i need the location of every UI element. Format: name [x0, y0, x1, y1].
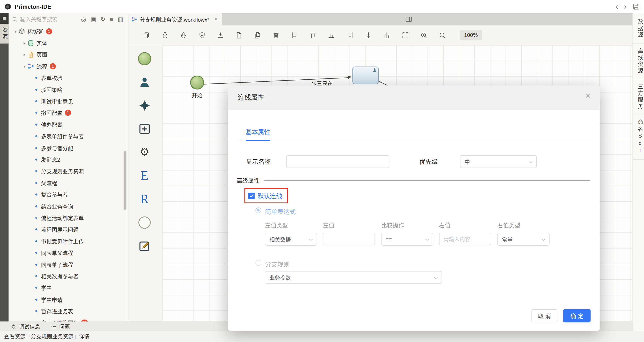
- tree-item[interactable]: 发消息2: [9, 154, 127, 165]
- history-button[interactable]: [162, 31, 169, 39]
- branch-rule-select[interactable]: 业务参数: [265, 271, 442, 284]
- validate-button[interactable]: [198, 31, 206, 39]
- tree-item[interactable]: 撤回配置 1: [9, 107, 127, 119]
- align-left-button[interactable]: [291, 31, 298, 39]
- paste-button[interactable]: [143, 31, 150, 39]
- fit-screen-button[interactable]: [402, 31, 409, 39]
- align-right-button[interactable]: [346, 31, 354, 39]
- resource-tree: ▾ 稀饭粥 1 ▸ 实体 ▸: [9, 26, 127, 322]
- tab-basic-properties[interactable]: 基本属性: [246, 127, 270, 141]
- tree-item-page[interactable]: ▸ 页面: [9, 49, 127, 60]
- align-bottom-button[interactable]: [328, 31, 335, 39]
- palette-entity-node[interactable]: E: [127, 164, 162, 188]
- resource-dot-icon: [35, 252, 37, 254]
- back-icon[interactable]: ‹: [616, 2, 618, 10]
- export-button[interactable]: [217, 31, 224, 39]
- locate-icon[interactable]: ◎: [81, 16, 86, 22]
- display-name-input[interactable]: [286, 155, 390, 168]
- tree-item[interactable]: 同表单子流程: [9, 258, 127, 270]
- tree-item[interactable]: 审批意见附件上传: [9, 235, 127, 247]
- resources-rail-tab[interactable]: 资源: [0, 24, 9, 44]
- chevron-expanded-icon[interactable]: ▾: [13, 29, 18, 34]
- problems-tab[interactable]: 问题: [51, 322, 70, 330]
- tree-item[interactable]: 催办配置: [9, 119, 127, 130]
- palette-note[interactable]: [127, 234, 162, 258]
- tree-item-process[interactable]: ▾ 流程 1: [9, 60, 127, 72]
- save-layout-icon[interactable]: [632, 3, 640, 10]
- tree-item-label: 表单校验: [41, 74, 63, 82]
- ok-button[interactable]: 确 定: [563, 309, 590, 322]
- right-rail-tab[interactable]: 三方服务: [633, 79, 644, 115]
- palette-manual-activity[interactable]: [127, 70, 162, 94]
- pan-hand-button[interactable]: [180, 31, 187, 39]
- distribute-button[interactable]: [383, 31, 390, 39]
- resource-dot-icon: [35, 77, 37, 79]
- tab-close-icon[interactable]: ×: [214, 16, 218, 22]
- chevron-collapsed-icon[interactable]: ▸: [22, 52, 28, 57]
- zoom-in-button[interactable]: [420, 31, 428, 39]
- search-input[interactable]: [20, 16, 78, 22]
- tree-item[interactable]: 测试审批意见: [9, 96, 127, 107]
- tree-item-project[interactable]: ▾ 稀饭粥 1: [9, 26, 127, 37]
- document-button[interactable]: [235, 31, 243, 39]
- task-node[interactable]: [352, 66, 379, 84]
- tree-item[interactable]: 分支规则业务资源: [9, 165, 127, 177]
- chevron-collapsed-icon[interactable]: ▸: [22, 41, 28, 45]
- debug-info-tab[interactable]: 调试信息: [11, 322, 40, 330]
- palette-rule-node[interactable]: R: [127, 187, 162, 211]
- split-layout-icon[interactable]: [405, 16, 412, 23]
- align-center-button[interactable]: [364, 31, 372, 39]
- tree-item[interactable]: 多参与者分配: [9, 142, 127, 154]
- sort-icon[interactable]: ≡: [110, 16, 113, 22]
- tree-item[interactable]: 多表单组件参与者: [9, 130, 127, 142]
- tree-item[interactable]: 流程活动绑定表单: [9, 212, 127, 224]
- right-rail-tab[interactable]: 命名Sql: [633, 115, 644, 160]
- tree-item[interactable]: 暂存进业务表: [9, 305, 127, 317]
- palette-subprocess[interactable]: [127, 117, 162, 140]
- start-node[interactable]: [190, 76, 204, 90]
- palette-end-node[interactable]: [127, 211, 162, 234]
- module-icon[interactable]: ▣: [90, 16, 96, 22]
- compare-select[interactable]: ==: [381, 233, 433, 246]
- dialog-close-icon[interactable]: ×: [586, 91, 591, 100]
- left-value-input[interactable]: [323, 233, 375, 245]
- tree-item[interactable]: 结合业务查询: [9, 200, 127, 212]
- tree-item[interactable]: 学生申请: [9, 294, 127, 305]
- zoom-level[interactable]: 100%: [460, 30, 482, 40]
- chevron-expanded-icon[interactable]: ▾: [22, 64, 28, 68]
- left-type-select[interactable]: 相关数据: [265, 233, 317, 246]
- cancel-button[interactable]: 取 消: [532, 309, 558, 322]
- tree-item[interactable]: 自定义协议同步 66: [9, 317, 127, 322]
- tree-item[interactable]: 流程图展示问题: [9, 224, 127, 235]
- copy-button[interactable]: [254, 31, 261, 39]
- right-value-input[interactable]: [439, 233, 491, 245]
- simple-expression-radio[interactable]: [256, 207, 261, 213]
- tree-item[interactable]: 同表单父流程: [9, 247, 127, 258]
- right-rail-tab[interactable]: 离线资源: [633, 44, 644, 80]
- collapse-all-icon[interactable]: ▥: [118, 16, 123, 22]
- tree-item-entity[interactable]: ▸ 实体: [9, 37, 127, 49]
- align-top-button[interactable]: [309, 31, 317, 39]
- zoom-out-button[interactable]: [439, 31, 446, 39]
- default-line-checkbox[interactable]: [248, 192, 254, 199]
- branch-rule-radio[interactable]: [256, 260, 261, 266]
- tree-item[interactable]: 表单校验: [9, 72, 127, 84]
- tree-item[interactable]: 驳回策略: [9, 84, 127, 95]
- tree-item[interactable]: 复合参与者: [9, 189, 127, 200]
- delete-button[interactable]: [272, 31, 280, 39]
- primeton-ide-window: Primeton-IDE ‹ › 资源 ◎ ▣ ↻: [0, 0, 644, 342]
- palette-start-node[interactable]: [127, 47, 162, 70]
- tree-item[interactable]: 相关数据参与者: [9, 270, 127, 282]
- right-type-select[interactable]: 常量: [498, 233, 550, 246]
- tree-item[interactable]: 学生: [9, 282, 127, 294]
- palette-decision[interactable]: [127, 94, 162, 117]
- tree-item[interactable]: 父流程: [9, 177, 127, 189]
- right-rail-tab[interactable]: 数据源: [633, 14, 644, 44]
- forward-icon[interactable]: ›: [624, 2, 627, 10]
- refresh-icon[interactable]: ↻: [101, 16, 106, 22]
- menu-icon[interactable]: [0, 13, 9, 24]
- palette-service-task[interactable]: ⚙: [127, 140, 162, 164]
- sidebar-scrollbar[interactable]: [124, 151, 126, 210]
- editor-tab-active[interactable]: 分支规则业务资源.workflowx* ×: [127, 13, 222, 26]
- priority-select[interactable]: 中: [460, 155, 537, 168]
